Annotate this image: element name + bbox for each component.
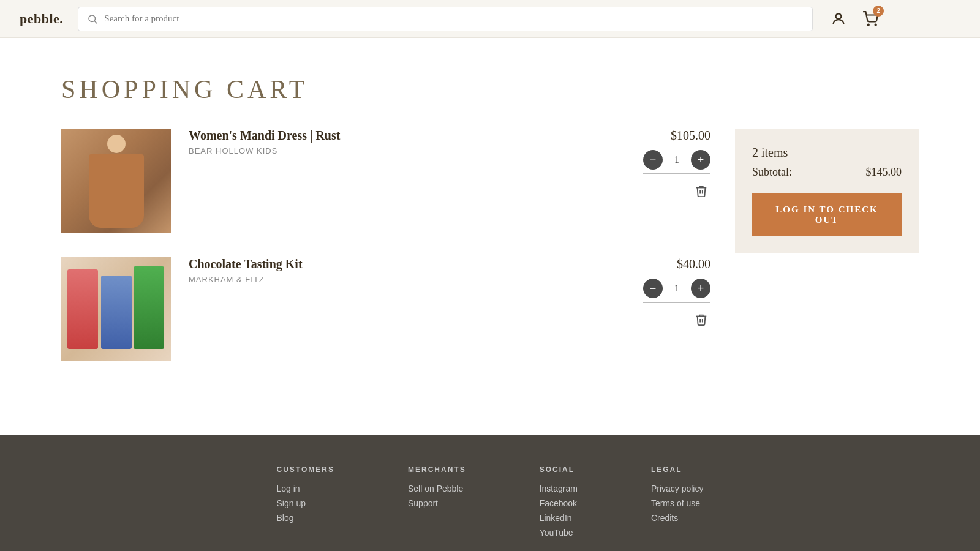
qty-decrease-dress[interactable]: − <box>643 150 663 170</box>
page-title: SHOPPING CART <box>61 75 919 104</box>
footer-heading-legal: LEGAL <box>651 465 704 474</box>
quantity-control-dress: − 1 + <box>643 150 710 174</box>
svg-point-0 <box>89 15 96 22</box>
footer-link-sell[interactable]: Sell on Pebble <box>408 484 466 493</box>
svg-line-1 <box>95 21 97 23</box>
cart-item: Women's Mandi Dress | Rust Bear Hollow K… <box>61 129 710 233</box>
footer-link-privacy[interactable]: Privacy policy <box>651 484 704 493</box>
footer-content: CUSTOMERS Log in Sign up Blog MERCHANTS … <box>0 465 980 542</box>
item-price-choc: $40.00 <box>677 257 710 271</box>
delete-btn-choc[interactable] <box>692 310 710 332</box>
footer-col-merchants: MERCHANTS Sell on Pebble Support <box>408 465 466 542</box>
footer-link-youtube[interactable]: YouTube <box>540 528 578 538</box>
delete-btn-dress[interactable] <box>692 182 710 203</box>
qty-value-dress: 1 <box>671 154 683 165</box>
item-price-dress: $105.00 <box>671 129 710 143</box>
footer-link-terms[interactable]: Terms of use <box>651 498 704 508</box>
cart-layout: Women's Mandi Dress | Rust Bear Hollow K… <box>61 129 919 386</box>
footer-link-facebook[interactable]: Facebook <box>540 498 578 508</box>
cart-icon-wrapper[interactable]: 2 <box>859 8 881 30</box>
footer-link-instagram[interactable]: Instagram <box>540 484 578 493</box>
search-container <box>78 7 813 31</box>
item-image-choc <box>61 257 172 361</box>
cart-item: Chocolate Tasting Kit MARKHAM & FITZ $40… <box>61 257 710 361</box>
checkout-button[interactable]: LOG IN TO CHECK OUT <box>752 193 902 236</box>
item-details-choc: Chocolate Tasting Kit MARKHAM & FITZ <box>189 257 614 284</box>
footer: CUSTOMERS Log in Sign up Blog MERCHANTS … <box>0 435 980 551</box>
footer-heading-merchants: MERCHANTS <box>408 465 466 474</box>
cart-summary: 2 items Subtotal: $145.00 LOG IN TO CHEC… <box>735 129 919 253</box>
header: pebble. 2 <box>0 0 980 38</box>
qty-decrease-choc[interactable]: − <box>643 279 663 298</box>
footer-heading-customers: CUSTOMERS <box>277 465 334 474</box>
search-input[interactable] <box>104 13 804 24</box>
qty-value-choc: 1 <box>671 283 683 294</box>
footer-col-social: SOCIAL Instagram Facebook LinkedIn YouTu… <box>540 465 578 542</box>
footer-link-blog[interactable]: Blog <box>277 513 334 523</box>
summary-items-count: 2 items <box>752 146 902 160</box>
item-brand-dress: Bear Hollow Kids <box>189 146 614 156</box>
user-icon[interactable] <box>827 8 850 30</box>
search-icon <box>87 13 98 24</box>
logo[interactable]: pebble. <box>20 11 63 27</box>
svg-point-4 <box>875 24 876 25</box>
footer-link-linkedin[interactable]: LinkedIn <box>540 513 578 523</box>
footer-col-customers: CUSTOMERS Log in Sign up Blog <box>277 465 334 542</box>
item-right-dress: $105.00 − 1 + <box>631 129 710 203</box>
header-icons: 2 <box>827 8 881 30</box>
item-image-dress <box>61 129 172 233</box>
svg-point-2 <box>836 13 842 19</box>
svg-point-3 <box>868 24 869 25</box>
footer-link-credits[interactable]: Credits <box>651 513 704 523</box>
footer-link-support[interactable]: Support <box>408 498 466 508</box>
footer-link-login[interactable]: Log in <box>277 484 334 493</box>
cart-items: Women's Mandi Dress | Rust Bear Hollow K… <box>61 129 710 386</box>
qty-increase-choc[interactable]: + <box>691 279 710 298</box>
item-name-dress: Women's Mandi Dress | Rust <box>189 129 614 143</box>
summary-subtotal: Subtotal: $145.00 <box>752 166 902 179</box>
footer-link-signup[interactable]: Sign up <box>277 498 334 508</box>
footer-heading-social: SOCIAL <box>540 465 578 474</box>
item-brand-choc: MARKHAM & FITZ <box>189 275 614 284</box>
item-name-choc: Chocolate Tasting Kit <box>189 257 614 271</box>
quantity-control-choc: − 1 + <box>643 279 710 303</box>
item-details-dress: Women's Mandi Dress | Rust Bear Hollow K… <box>189 129 614 156</box>
item-right-choc: $40.00 − 1 + <box>631 257 710 332</box>
cart-badge: 2 <box>873 6 884 17</box>
subtotal-label: Subtotal: <box>752 166 792 179</box>
qty-increase-dress[interactable]: + <box>691 150 710 170</box>
footer-col-legal: LEGAL Privacy policy Terms of use Credit… <box>651 465 704 542</box>
subtotal-value: $145.00 <box>866 166 902 179</box>
main-content: SHOPPING CART Women's Mandi Dress | Rust… <box>0 38 980 435</box>
